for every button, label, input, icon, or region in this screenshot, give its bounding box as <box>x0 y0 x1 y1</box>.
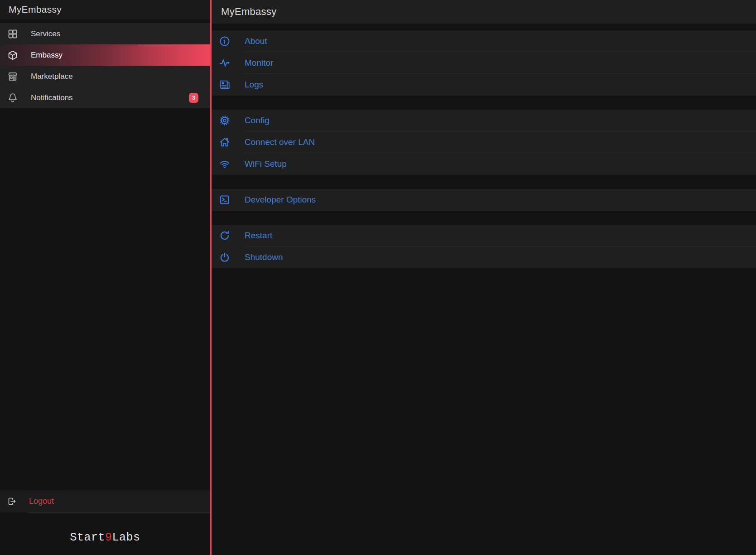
sidebar-item-embassy[interactable]: Embassy <box>0 44 210 66</box>
menu-group: Restart Shutdown <box>212 225 756 268</box>
sidebar-bottom: Logout Start9 Labs <box>0 490 210 555</box>
brand-text: Start <box>70 531 105 544</box>
newspaper-icon <box>219 79 231 91</box>
sidebar-item-label: Embassy <box>31 51 63 60</box>
terminal-icon <box>219 194 231 206</box>
info-circle-icon <box>219 35 231 47</box>
sidebar-item-label: Marketplace <box>31 72 73 81</box>
menu-item-label: WiFi Setup <box>245 159 287 169</box>
brand-text: Labs <box>112 531 140 544</box>
menu-item-about[interactable]: About <box>212 30 756 52</box>
sidebar-item-services[interactable]: Services <box>0 23 210 44</box>
menu-item-logs[interactable]: Logs <box>212 74 756 96</box>
menu-item-developer-options[interactable]: Developer Options <box>212 189 756 211</box>
menu-item-label: Restart <box>245 231 272 241</box>
logout-button[interactable]: Logout <box>0 490 210 512</box>
menu-item-restart[interactable]: Restart <box>212 225 756 246</box>
gear-icon <box>219 115 231 126</box>
notification-count-badge: 3 <box>189 93 198 103</box>
sidebar: MyEmbassy Services <box>0 0 212 555</box>
sidebar-header: MyEmbassy <box>0 0 210 19</box>
menu-group: Config Connect over LAN <box>212 110 756 175</box>
menu-item-label: Logs <box>245 80 263 90</box>
cube-icon <box>7 50 18 61</box>
power-icon <box>219 251 231 263</box>
menu-item-shutdown[interactable]: Shutdown <box>212 246 756 268</box>
sidebar-item-marketplace[interactable]: Marketplace <box>0 66 210 87</box>
sidebar-item-label: Services <box>31 29 60 39</box>
sidebar-menu: Services Embassy <box>0 23 210 108</box>
menu-group: About Monitor <box>212 30 756 96</box>
settings-menu: About Monitor <box>212 24 756 555</box>
menu-group: Developer Options <box>212 189 756 211</box>
menu-item-connect-lan[interactable]: Connect over LAN <box>212 131 756 153</box>
home-icon <box>219 136 231 148</box>
app-root: MyEmbassy Services <box>0 0 756 555</box>
menu-item-config[interactable]: Config <box>212 110 756 131</box>
grid-icon <box>7 29 18 39</box>
logout-label: Logout <box>29 497 54 506</box>
brand-nine: 9 <box>105 531 112 544</box>
pulse-icon <box>219 57 231 69</box>
logout-icon <box>7 497 17 506</box>
menu-item-monitor[interactable]: Monitor <box>212 52 756 74</box>
menu-item-wifi[interactable]: WiFi Setup <box>212 153 756 175</box>
menu-item-label: Monitor <box>245 58 273 68</box>
menu-item-label: Connect over LAN <box>245 137 315 147</box>
main-header: MyEmbassy <box>212 0 756 24</box>
menu-item-label: Config <box>245 116 270 125</box>
page-title: MyEmbassy <box>221 6 277 18</box>
menu-item-label: Developer Options <box>245 195 316 205</box>
menu-item-label: Shutdown <box>245 252 283 262</box>
bell-icon <box>7 92 18 103</box>
sidebar-item-label: Notifications <box>31 93 73 102</box>
storefront-icon <box>7 71 18 82</box>
brand-footer: Start9 Labs <box>0 513 210 555</box>
wifi-icon <box>219 158 231 170</box>
refresh-icon <box>219 230 231 241</box>
sidebar-item-notifications[interactable]: Notifications 3 <box>0 87 210 108</box>
menu-item-label: About <box>245 36 267 46</box>
main-pane: MyEmbassy About <box>212 0 756 555</box>
sidebar-title: MyEmbassy <box>9 4 62 15</box>
